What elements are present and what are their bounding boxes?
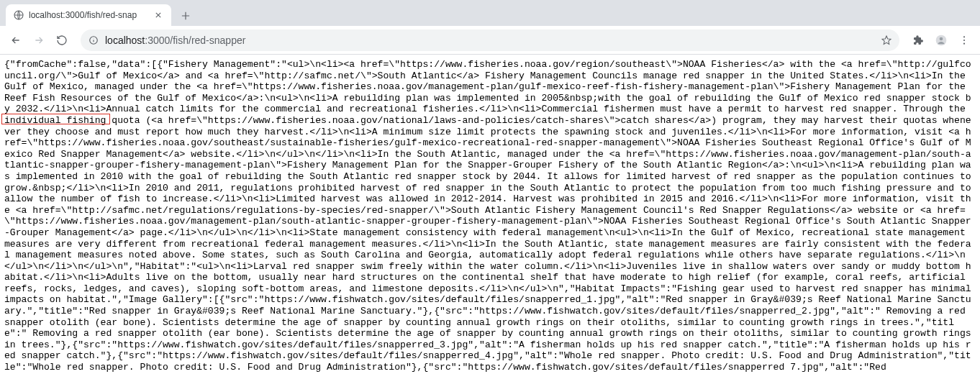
tab-title: localhost:3000/fish/red-snap — [29, 10, 148, 20]
site-info-icon[interactable] — [88, 35, 99, 46]
svg-point-5 — [963, 39, 965, 40]
url-port: :3000 — [145, 35, 170, 46]
close-icon[interactable] — [153, 9, 164, 21]
url-text: localhost:3000/fish/red-snapper — [105, 35, 875, 46]
svg-point-4 — [963, 36, 965, 37]
toolbar-right — [908, 30, 974, 50]
forward-button[interactable] — [29, 30, 49, 50]
svg-point-3 — [940, 37, 943, 40]
address-bar[interactable]: localhost:3000/fish/red-snapper — [81, 29, 899, 51]
svg-point-6 — [963, 42, 965, 44]
tab-strip: localhost:3000/fish/red-snap — [0, 0, 980, 26]
profile-avatar-icon[interactable] — [931, 30, 951, 50]
json-response-body: {"fromCache":false,"data":[{"Fishery Man… — [4, 59, 976, 373]
browser-tab[interactable]: localhost:3000/fish/red-snap — [6, 4, 171, 26]
globe-icon — [13, 9, 24, 21]
bookmark-star-icon[interactable] — [881, 35, 892, 46]
back-button[interactable] — [6, 30, 26, 50]
page-content: {"fromCache":false,"data":[{"Fishery Man… — [0, 55, 980, 374]
url-path: /fish/red-snapper — [170, 35, 245, 46]
browser-window: localhost:3000/fish/red-snap localhost:3… — [0, 0, 980, 374]
kebab-menu-icon[interactable] — [954, 30, 974, 50]
toolbar: localhost:3000/fish/red-snapper — [0, 26, 980, 55]
extensions-icon[interactable] — [908, 30, 928, 50]
new-tab-button[interactable] — [176, 6, 196, 26]
reload-button[interactable] — [52, 30, 72, 50]
url-host: localhost — [105, 35, 145, 46]
